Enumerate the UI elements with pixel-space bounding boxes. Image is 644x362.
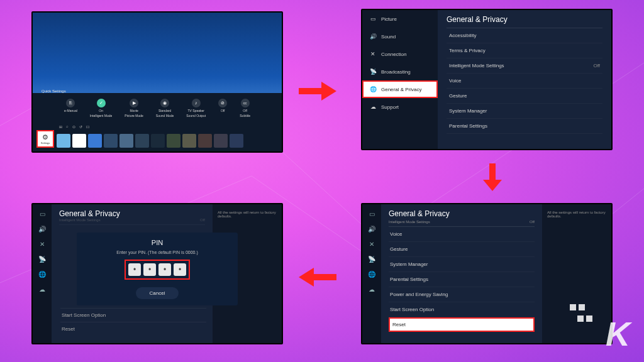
broadcasting-icon: 📡 [369,67,377,76]
svg-rect-0 [299,88,321,94]
gear-icon: ⚙ [42,133,48,141]
globe-icon[interactable]: 🌐 [367,270,376,278]
quick-settings-label: Quick Settings [42,89,66,93]
sound-icon: 🔊 [369,32,377,41]
qs-item[interactable]: ㏄OffSubtitle [240,99,250,118]
sidebar-item-broadcasting[interactable]: 📡Broadcasting [362,63,438,80]
connection-icon[interactable]: ✕ [367,239,376,248]
picture-icon: ▭ [369,14,377,23]
settings-label: Settings [41,141,50,145]
setting-row[interactable]: Start Screen Option [60,308,206,322]
tv-step1-home: Quick Settings ⎘e-Manual ✓OnIntelligent … [31,11,283,153]
pin-input-row: • • • • [125,260,190,280]
system-tray-icons: ⊞⌕⊙↺⊡ [59,124,89,129]
arrow-left-icon [299,268,336,287]
svg-marker-3 [483,180,502,191]
setting-row[interactable]: Parental Settings [389,272,535,287]
pin-dialog: PIN Enter your PIN. (The default PIN is … [77,233,238,305]
qs-item[interactable]: ⎘e-Manual [64,99,77,118]
svg-marker-1 [321,82,336,101]
sidebar-item-support[interactable]: ☁Support [362,98,438,116]
picture-icon[interactable]: ▭ [38,209,47,218]
qs-item[interactable]: ◉StandardSound Mode [156,99,174,118]
svg-marker-5 [299,268,314,287]
setting-row[interactable]: Voice [389,227,535,242]
globe-icon[interactable]: 🌐 [38,270,47,278]
setting-row[interactable]: Accessibility [447,28,602,43]
pin-digit[interactable]: • [158,263,171,276]
arrow-down-icon [483,163,502,191]
picture-icon[interactable]: ▭ [367,209,376,218]
sidebar-rail: ▭ 🔊 ✕ 📡 🌐 ☁ [362,204,381,343]
tv-step2-settings-menu: ▭Picture 🔊Sound ✕Connection 📡Broadcastin… [361,9,613,150]
pin-digit[interactable]: • [174,263,186,276]
setting-row[interactable]: Power and Energy Saving [389,287,535,302]
cancel-button[interactable]: Cancel [136,287,179,299]
sound-icon[interactable]: 🔊 [367,224,376,233]
sound-icon[interactable]: 🔊 [38,224,47,233]
setting-row[interactable]: Gesture [389,242,535,257]
sidebar-item-sound[interactable]: 🔊Sound [362,28,438,45]
connection-icon: ✕ [369,50,377,58]
qs-item[interactable]: ▶MoviePicture Mode [125,99,143,118]
app-thumbnails[interactable] [57,134,277,148]
background-rows: Start Screen Option Reset [60,308,206,336]
panel-title: General & Privacy [59,209,205,218]
support-icon[interactable]: ☁ [38,285,47,293]
panel-title: General & Privacy [447,15,602,28]
subtitle-row[interactable]: Intelligent Mode SettingsOff [389,220,535,227]
svg-rect-4 [314,274,336,280]
setting-row[interactable]: Intelligent Mode SettingsOff [447,58,602,74]
logo-dots [569,303,594,326]
tv1-wallpaper [33,13,282,93]
quick-settings-row: ⎘e-Manual ✓OnIntelligent Mode ▶MoviePict… [33,96,282,120]
tv-step4-pin-dialog: ▭ 🔊 ✕ 📡 🌐 ☁ General & Privacy Intelligen… [31,203,283,344]
watermark-logo: K [606,314,630,353]
setting-row[interactable]: Terms & Privacy [447,43,602,58]
svg-rect-2 [489,163,496,180]
broadcasting-icon[interactable]: 📡 [38,255,47,263]
qs-item[interactable]: ✓OnIntelligent Mode [90,99,112,118]
dialog-title: PIN [83,239,231,246]
sidebar-rail: ▭ 🔊 ✕ 📡 🌐 ☁ [33,204,52,343]
setting-row[interactable]: System Manager [389,257,535,272]
setting-row[interactable]: System Manager [447,104,602,119]
pin-digit[interactable]: • [128,263,141,276]
globe-icon: 🌐 [369,85,377,94]
support-icon: ☁ [369,102,377,111]
setting-row[interactable]: Parental Settings [447,119,602,134]
qs-item[interactable]: ♪TV SpeakerSound Output [186,99,206,118]
broadcasting-icon[interactable]: 📡 [367,255,376,263]
setting-row[interactable]: Voice [447,74,602,89]
dialog-message: Enter your PIN. (The default PIN is 0000… [83,250,231,255]
setting-row[interactable]: Reset [60,322,206,336]
reset-row[interactable]: Reset [389,317,535,332]
settings-panel: General & Privacy Accessibility Terms & … [438,10,611,149]
pin-digit[interactable]: • [143,263,156,276]
connection-icon[interactable]: ✕ [38,239,47,248]
settings-sidebar: ▭Picture 🔊Sound ✕Connection 📡Broadcastin… [362,10,438,149]
sidebar-item-picture[interactable]: ▭Picture [362,10,438,28]
settings-list: Accessibility Terms & Privacy Intelligen… [447,28,602,134]
settings-button[interactable]: ⚙Settings [36,130,54,148]
setting-row[interactable]: Gesture [447,89,602,104]
qs-item[interactable]: ⊘Off [218,99,227,118]
support-icon[interactable]: ☁ [367,285,376,293]
sidebar-item-connection[interactable]: ✕Connection [362,45,438,63]
setting-row[interactable]: Start Screen Option [389,302,535,317]
subtitle-row: Intelligent Mode SettingsOff [59,218,205,225]
panel-title: General & Privacy [389,209,535,218]
sidebar-item-general-privacy[interactable]: 🌐General & Privacy [362,80,438,98]
arrow-right-icon [299,82,336,101]
